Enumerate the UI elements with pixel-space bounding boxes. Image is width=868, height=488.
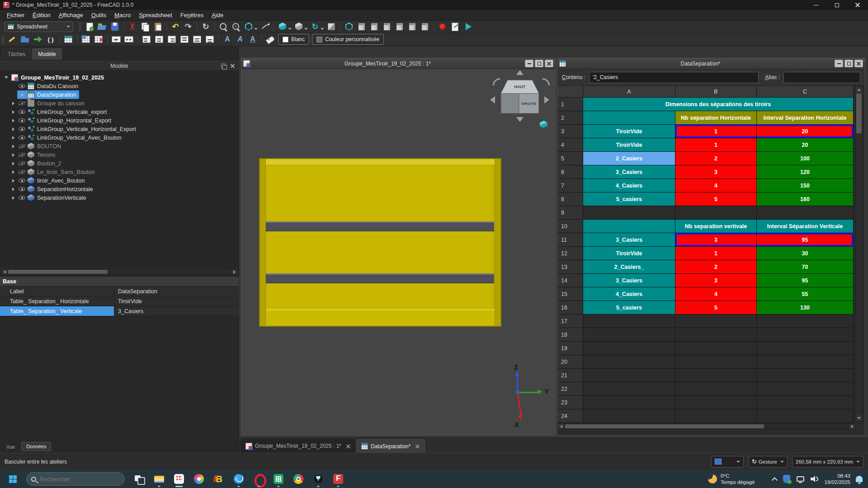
cell-C4[interactable]: 20 bbox=[757, 138, 854, 152]
expander-open-icon[interactable] bbox=[5, 76, 8, 79]
dock-tab-modèle[interactable]: Modèle bbox=[32, 48, 61, 60]
tree-item[interactable]: Le_tiroir_Sans_Bouton bbox=[0, 168, 239, 176]
dimension-indicator[interactable]: 260,58 mm x 220,93 mm bbox=[792, 456, 863, 468]
cell-C18[interactable] bbox=[757, 328, 854, 342]
tree-item[interactable]: Tenons bbox=[0, 150, 239, 159]
alias-input[interactable] bbox=[783, 72, 860, 83]
redo-icon[interactable] bbox=[182, 21, 194, 32]
search-input[interactable] bbox=[40, 476, 108, 483]
cell-B4[interactable]: 1 bbox=[675, 138, 757, 152]
clipping-plane-icon[interactable] bbox=[326, 21, 337, 32]
expander-closed-icon[interactable] bbox=[12, 127, 14, 131]
align-center-icon[interactable] bbox=[153, 34, 165, 45]
align-right-icon[interactable] bbox=[166, 34, 178, 45]
photos-icon[interactable] bbox=[190, 470, 208, 488]
3d-viewport[interactable]: HAUT DROITE Z Y X bbox=[241, 69, 555, 435]
cell-B5[interactable]: 2 bbox=[675, 152, 757, 165]
eye-visible-icon[interactable] bbox=[19, 196, 25, 200]
scrollbar-thumb[interactable] bbox=[856, 94, 862, 133]
cell-A6[interactable]: 3_Casiers bbox=[583, 165, 675, 179]
cell-A3[interactable]: TiroirVide bbox=[583, 125, 675, 138]
cell-A17[interactable] bbox=[583, 314, 675, 328]
cell-C19[interactable] bbox=[757, 342, 854, 355]
maximize-button[interactable] bbox=[826, 0, 847, 10]
sheet-vertical-scrollbar[interactable] bbox=[855, 86, 863, 422]
paste-icon[interactable] bbox=[152, 21, 164, 32]
cell-C7[interactable]: 150 bbox=[757, 179, 854, 192]
row-header-19[interactable]: 19 bbox=[557, 342, 583, 355]
expander-closed-icon[interactable] bbox=[12, 170, 14, 174]
view-bottom-icon[interactable] bbox=[406, 21, 418, 32]
open-file-icon[interactable] bbox=[96, 21, 108, 32]
drawer-model[interactable] bbox=[259, 158, 501, 327]
macro-play-icon[interactable] bbox=[462, 21, 474, 32]
chrome-icon[interactable] bbox=[289, 470, 307, 488]
chevron-down-icon[interactable] bbox=[321, 28, 324, 30]
eye-hidden-icon[interactable] bbox=[19, 101, 25, 105]
scroll-up-icon[interactable] bbox=[856, 86, 862, 93]
macro-edit-icon[interactable] bbox=[449, 21, 461, 32]
dock-tab-tâches[interactable]: Tâches bbox=[2, 48, 31, 60]
view-right-icon[interactable] bbox=[381, 21, 393, 32]
cell-A20[interactable] bbox=[583, 355, 675, 369]
menu-fenetres[interactable]: Fenêtres bbox=[176, 10, 208, 20]
child-minimize-button[interactable] bbox=[835, 60, 843, 67]
background-custom-button[interactable]: Couleur personnalisée bbox=[312, 34, 384, 45]
cell-C20[interactable] bbox=[757, 355, 854, 369]
copy-table-icon[interactable] bbox=[80, 34, 92, 45]
align-bottom-icon[interactable] bbox=[204, 34, 216, 45]
start-button[interactable] bbox=[4, 470, 22, 488]
row-header-2[interactable]: 2 bbox=[557, 111, 583, 125]
row-header-3[interactable]: 3 bbox=[557, 125, 583, 138]
expander-closed-icon[interactable] bbox=[12, 188, 14, 191]
cell-A4[interactable]: TiroirVide bbox=[583, 138, 675, 152]
3d-view-titlebar[interactable]: Groupe_MesTiroir_19_02_2025 : 1* bbox=[241, 58, 555, 69]
sync-view-icon[interactable] bbox=[309, 21, 321, 32]
dock-bottom-tab-vue[interactable]: Vue bbox=[2, 443, 19, 451]
task-view-icon[interactable] bbox=[130, 470, 148, 488]
mdi-tab[interactable]: DataSeparation* bbox=[356, 439, 425, 453]
column-header-c[interactable]: C bbox=[757, 86, 854, 98]
align-left-icon[interactable] bbox=[141, 34, 152, 45]
eye-visible-icon[interactable] bbox=[19, 127, 25, 131]
row-header-10[interactable]: 10 bbox=[557, 220, 583, 233]
cell-C16[interactable]: 130 bbox=[757, 301, 854, 314]
tree-item[interactable]: Groupe du caisson bbox=[0, 99, 239, 108]
row-header-1[interactable]: 1 bbox=[557, 98, 583, 111]
row-header-6[interactable]: 6 bbox=[557, 165, 583, 179]
view-top-icon[interactable] bbox=[368, 21, 380, 32]
cell-A14[interactable]: 3_Casiers bbox=[583, 274, 675, 287]
snipping-tool-icon[interactable] bbox=[170, 470, 188, 488]
row-header-12[interactable]: 12 bbox=[557, 247, 583, 260]
fit-all-icon[interactable] bbox=[217, 21, 229, 32]
expander-closed-icon[interactable] bbox=[12, 102, 14, 105]
row-header-23[interactable]: 23 bbox=[557, 396, 583, 409]
cell-A22[interactable] bbox=[583, 382, 675, 396]
cell-A7[interactable]: 4_Casiers bbox=[583, 179, 675, 192]
macro-record-icon[interactable] bbox=[437, 21, 448, 32]
expander-closed-icon[interactable] bbox=[12, 162, 14, 165]
clock-widget[interactable]: 08:43 19/02/2025 bbox=[824, 473, 850, 486]
menu-macro[interactable]: Macro bbox=[110, 10, 135, 20]
child-restore-button[interactable] bbox=[535, 60, 543, 67]
cell-C9[interactable] bbox=[757, 206, 854, 220]
spreadsheet-titlebar[interactable]: DataSeparation* bbox=[557, 58, 865, 69]
menu-affichage[interactable]: Affichage bbox=[55, 10, 87, 20]
cell-C12[interactable]: 30 bbox=[757, 247, 854, 260]
eye-hidden-icon[interactable] bbox=[19, 144, 25, 148]
tree-horizontal-scrollbar[interactable] bbox=[1, 269, 238, 275]
alias-icon[interactable] bbox=[264, 34, 276, 45]
eye-hidden-icon[interactable] bbox=[19, 161, 25, 165]
menu-aide[interactable]: Aide bbox=[208, 10, 227, 20]
cell-B18[interactable] bbox=[675, 328, 757, 342]
nav-mini-cube-icon[interactable] bbox=[540, 121, 547, 128]
scroll-left-icon[interactable] bbox=[558, 424, 564, 429]
cell-A24[interactable] bbox=[583, 409, 675, 423]
cell-C13[interactable]: 70 bbox=[757, 260, 854, 274]
corner-cell[interactable] bbox=[557, 86, 583, 98]
cell-B15[interactable]: 4 bbox=[675, 287, 757, 301]
cell-A21[interactable] bbox=[583, 369, 675, 382]
cell-B16[interactable]: 5 bbox=[675, 301, 757, 314]
file-explorer-icon[interactable] bbox=[150, 470, 168, 488]
nav-cube-top-face[interactable]: HAUT bbox=[501, 80, 539, 94]
